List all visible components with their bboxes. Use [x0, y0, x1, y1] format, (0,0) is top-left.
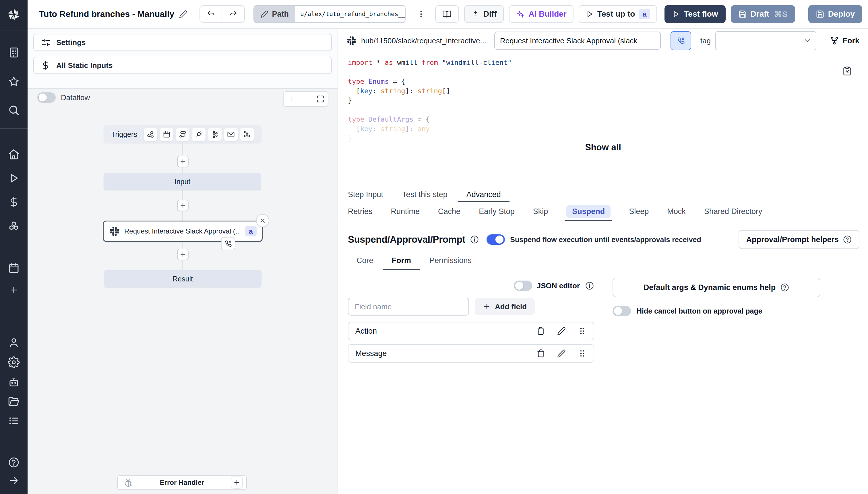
error-handler-node[interactable]: Error Handler: [117, 475, 247, 490]
advanced-tab-suspend[interactable]: Suspend: [566, 202, 611, 221]
suspend-tab-core[interactable]: Core: [356, 256, 373, 270]
hide-cancel-toggle[interactable]: [612, 306, 631, 316]
copy-code-icon[interactable]: [842, 66, 852, 76]
advanced-tab-skip[interactable]: Skip: [533, 202, 548, 221]
home-icon[interactable]: [8, 148, 20, 160]
json-editor-info-icon[interactable]: [585, 281, 594, 290]
add-step-button-2[interactable]: [177, 200, 189, 211]
websocket-trigger-icon[interactable]: [192, 128, 205, 141]
suspend-phone-indicator-button[interactable]: [670, 31, 691, 50]
suspend-section-title: Suspend/Approval/Prompt: [348, 234, 465, 245]
http-route-trigger-icon[interactable]: [176, 128, 189, 141]
zoom-in-icon[interactable]: [287, 95, 295, 103]
dataflow-toggle[interactable]: [37, 92, 56, 103]
variables-icon[interactable]: [8, 196, 20, 208]
workers-icon[interactable]: [8, 376, 20, 388]
more-options-kebab-icon[interactable]: [415, 5, 427, 23]
ai-builder-button[interactable]: AI Builder: [509, 5, 573, 23]
triggers-label: Triggers: [111, 130, 137, 138]
test-flow-button[interactable]: Test flow: [664, 5, 725, 23]
webhook-trigger-icon[interactable]: [144, 128, 157, 141]
tag-select[interactable]: [715, 31, 816, 50]
suspend-tab-permissions[interactable]: Permissions: [429, 256, 472, 270]
add-step-button-3[interactable]: [177, 249, 189, 260]
drag-handle-icon[interactable]: [577, 326, 587, 336]
edit-field-icon[interactable]: [557, 326, 566, 336]
fit-view-icon[interactable]: [316, 95, 324, 103]
advanced-tab-early-stop[interactable]: Early Stop: [479, 202, 515, 221]
slack-approval-step-node[interactable]: Request Interactive Slack Approval (... …: [103, 221, 263, 242]
schedules-icon[interactable]: [8, 262, 20, 274]
slack-icon: [110, 227, 119, 236]
delete-field-icon[interactable]: [536, 349, 546, 358]
drag-handle-icon[interactable]: [577, 349, 587, 358]
add-step-button-1[interactable]: [177, 156, 189, 167]
form-field-row-action[interactable]: Action: [348, 322, 594, 340]
advanced-tab-retries[interactable]: Retries: [348, 202, 373, 221]
triggers-node[interactable]: Triggers: [104, 125, 261, 143]
suspend-enabled-toggle[interactable]: [486, 234, 505, 245]
create-plus-icon[interactable]: [9, 285, 19, 295]
add-error-handler-button[interactable]: [231, 476, 243, 489]
workspace-icon[interactable]: [8, 46, 20, 58]
tab-advanced[interactable]: Advanced: [466, 187, 501, 202]
zoom-out-icon[interactable]: [302, 95, 310, 103]
field-name-input[interactable]: Field name: [348, 298, 469, 316]
redo-button[interactable]: [222, 6, 244, 22]
edit-field-icon[interactable]: [557, 349, 566, 358]
settings-gear-icon[interactable]: [8, 356, 20, 368]
search-icon[interactable]: [8, 104, 20, 116]
tag-label: tag: [700, 36, 711, 45]
tab-test-this-step[interactable]: Test this step: [402, 187, 447, 202]
remove-step-button[interactable]: [256, 214, 269, 227]
path-group[interactable]: Path u/alex/tuto_refund_branches__: [254, 5, 406, 23]
advanced-tab-shared-directory[interactable]: Shared Directory: [704, 202, 762, 221]
path-label: Path: [254, 6, 295, 22]
tab-step-input[interactable]: Step Input: [348, 187, 383, 202]
deploy-button[interactable]: Deploy: [808, 5, 862, 23]
advanced-tab-cache[interactable]: Cache: [438, 202, 460, 221]
code-preview[interactable]: import * as wmill from "windmill-client"…: [338, 53, 868, 187]
suspend-tab-form[interactable]: Form: [392, 256, 411, 270]
default-args-help-button[interactable]: Default args & Dynamic enums help: [612, 278, 820, 297]
add-field-button[interactable]: Add field: [475, 298, 535, 315]
collapse-arrow-icon[interactable]: [8, 475, 19, 486]
windmill-logo-icon[interactable]: [6, 7, 21, 21]
all-static-inputs-box[interactable]: All Static Inputs: [33, 57, 332, 74]
favorites-star-icon[interactable]: [8, 75, 20, 88]
fork-button[interactable]: Fork: [830, 36, 860, 45]
show-all-button[interactable]: Show all: [338, 142, 868, 153]
step-suspend-phone-badge[interactable]: [221, 237, 235, 250]
user-icon[interactable]: [8, 337, 20, 348]
step-name-input[interactable]: Request Interactive Slack Approval (slac…: [494, 32, 661, 50]
script-header-row: hub/11500/slack/request_interactive... R…: [338, 29, 868, 53]
draft-button[interactable]: Draft ⌘S: [731, 5, 795, 23]
folders-icon[interactable]: [8, 395, 20, 407]
hub-script-path[interactable]: hub/11500/slack/request_interactive...: [361, 36, 486, 45]
help-icon[interactable]: [8, 456, 20, 469]
docs-book-button[interactable]: [435, 5, 459, 23]
groups-list-icon[interactable]: [8, 415, 20, 427]
kafka-trigger-icon[interactable]: [208, 128, 222, 141]
advanced-tab-sleep[interactable]: Sleep: [629, 202, 649, 221]
undo-button[interactable]: [200, 6, 222, 22]
settings-box[interactable]: Settings: [33, 34, 332, 51]
email-trigger-icon[interactable]: [224, 128, 238, 141]
json-editor-toggle[interactable]: [514, 281, 532, 291]
test-up-to-button[interactable]: Test up to a: [579, 5, 657, 23]
result-node[interactable]: Result: [104, 270, 261, 287]
schedule-trigger-icon[interactable]: [160, 128, 173, 141]
diff-button[interactable]: Diff: [464, 5, 504, 23]
input-node[interactable]: Input: [104, 173, 261, 190]
runs-icon[interactable]: [8, 172, 20, 184]
advanced-tab-mock[interactable]: Mock: [667, 202, 686, 221]
edit-title-pencil-icon[interactable]: [179, 10, 187, 18]
delete-field-icon[interactable]: [536, 326, 546, 336]
info-icon[interactable]: [470, 235, 479, 244]
resources-icon[interactable]: [8, 221, 20, 233]
approval-prompt-helpers-button[interactable]: Approval/Prompt helpers: [739, 230, 860, 249]
form-field-row-message[interactable]: Message: [348, 344, 594, 363]
poll-trigger-icon[interactable]: [240, 128, 254, 141]
advanced-tab-runtime[interactable]: Runtime: [391, 202, 420, 221]
suspend-toggle-label: Suspend flow execution until events/appr…: [510, 235, 701, 244]
